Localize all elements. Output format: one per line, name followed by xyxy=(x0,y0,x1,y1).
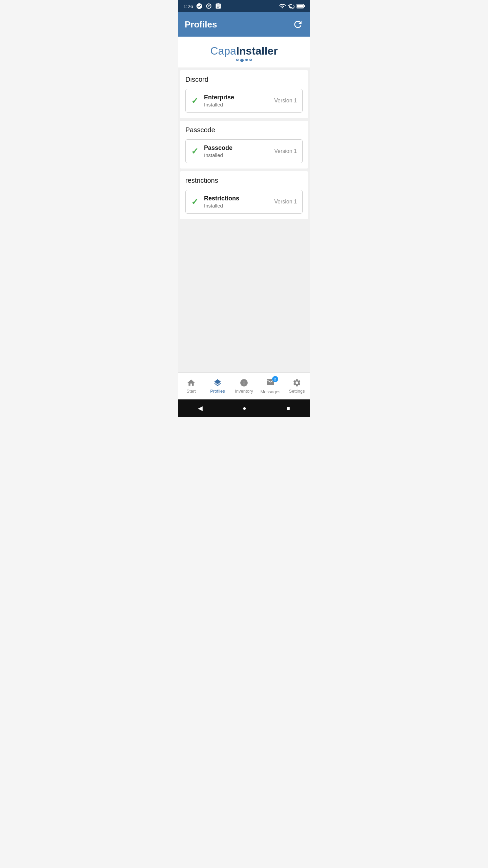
profile-item-restrictions[interactable]: ✓ Restrictions Installed Version 1 xyxy=(185,190,303,214)
profile-item-version-restrictions: Version 1 xyxy=(274,199,297,205)
nav-label-start: Start xyxy=(186,389,196,394)
logo-text: Capa Installer xyxy=(210,45,278,57)
layers-icon xyxy=(213,378,222,387)
nav-label-settings: Settings xyxy=(289,389,305,394)
check-status-icon xyxy=(196,3,203,9)
messages-badge-wrapper: 2 xyxy=(266,378,275,388)
nav-label-profiles: Profiles xyxy=(210,389,225,394)
section-title-discord: Discord xyxy=(185,76,303,83)
nav-item-profiles[interactable]: Profiles xyxy=(204,376,231,396)
profile-item-passcode[interactable]: ✓ Passcode Installed Version 1 xyxy=(185,139,303,163)
status-bar-right xyxy=(279,3,305,9)
check-icon-restrictions: ✓ xyxy=(191,197,199,207)
profile-item-status-enterprise: Installed xyxy=(204,102,234,107)
profile-item-info-restrictions: Restrictions Installed xyxy=(204,195,239,209)
battery-icon xyxy=(297,4,305,8)
messages-badge: 2 xyxy=(272,376,278,382)
section-title-passcode: Passcode xyxy=(185,126,303,134)
status-bar-left: 1:26 xyxy=(183,3,222,9)
dot-1 xyxy=(236,59,239,61)
bottom-nav: Start Profiles Inventory 2 Messages Sett… xyxy=(178,372,310,399)
dot-4 xyxy=(249,59,252,61)
profile-item-info-passcode: Passcode Installed xyxy=(204,144,232,158)
check-icon-enterprise: ✓ xyxy=(191,96,199,106)
logo-dots xyxy=(236,59,252,62)
section-title-restrictions: restrictions xyxy=(185,177,303,184)
info-icon xyxy=(240,378,248,387)
section-passcode: Passcode ✓ Passcode Installed Version 1 xyxy=(180,121,308,169)
logo-capa: Capa xyxy=(210,45,236,57)
profile-item-info-enterprise: Enterprise Installed xyxy=(204,94,234,107)
profile-item-left: ✓ Enterprise Installed xyxy=(191,94,234,107)
section-discord: Discord ✓ Enterprise Installed Version 1 xyxy=(180,70,308,118)
check-icon-passcode: ✓ xyxy=(191,146,199,157)
clipboard-status-icon xyxy=(215,3,222,9)
dot-3 xyxy=(245,59,248,61)
swirl-status-icon xyxy=(205,3,212,9)
profile-item-left-passcode: ✓ Passcode Installed xyxy=(191,144,232,158)
nav-item-inventory[interactable]: Inventory xyxy=(231,376,257,396)
logo-area: Capa Installer xyxy=(178,37,310,67)
gear-icon xyxy=(292,378,301,387)
svg-rect-4 xyxy=(297,5,303,8)
profile-item-name-passcode: Passcode xyxy=(204,144,232,152)
dot-2 xyxy=(240,59,244,62)
nav-label-messages: Messages xyxy=(260,389,280,394)
wifi-icon xyxy=(279,3,286,9)
profile-item-status-restrictions: Installed xyxy=(204,203,239,209)
app-header: Profiles xyxy=(178,12,310,37)
home-icon xyxy=(187,378,196,387)
status-time: 1:26 xyxy=(183,3,193,9)
profile-item-status-passcode: Installed xyxy=(204,152,232,158)
section-restrictions: restrictions ✓ Restrictions Installed Ve… xyxy=(180,171,308,219)
profile-item-name-restrictions: Restrictions xyxy=(204,195,239,202)
main-content: Discord ✓ Enterprise Installed Version 1… xyxy=(178,67,310,372)
status-bar: 1:26 xyxy=(178,0,310,12)
svg-point-1 xyxy=(208,5,209,6)
svg-rect-3 xyxy=(304,5,305,7)
back-button[interactable]: ◀ xyxy=(192,402,208,415)
profile-item-left-restrictions: ✓ Restrictions Installed xyxy=(191,195,239,209)
system-nav: ◀ ● ■ xyxy=(178,399,310,417)
profile-item-version-enterprise: Version 1 xyxy=(274,98,297,104)
refresh-icon[interactable] xyxy=(292,19,303,30)
profile-item-enterprise[interactable]: ✓ Enterprise Installed Version 1 xyxy=(185,89,303,113)
nav-label-inventory: Inventory xyxy=(235,389,253,394)
signal-icon xyxy=(288,3,294,9)
nav-item-start[interactable]: Start xyxy=(178,376,204,396)
nav-item-settings[interactable]: Settings xyxy=(284,376,310,396)
recent-button[interactable]: ■ xyxy=(281,402,296,415)
profile-item-name-enterprise: Enterprise xyxy=(204,94,234,101)
nav-item-messages[interactable]: 2 Messages xyxy=(257,375,284,397)
home-button[interactable]: ● xyxy=(237,402,252,415)
logo-installer: Installer xyxy=(236,45,278,57)
logo-container: Capa Installer xyxy=(210,45,278,62)
page-title: Profiles xyxy=(185,19,217,30)
profile-item-version-passcode: Version 1 xyxy=(274,148,297,154)
